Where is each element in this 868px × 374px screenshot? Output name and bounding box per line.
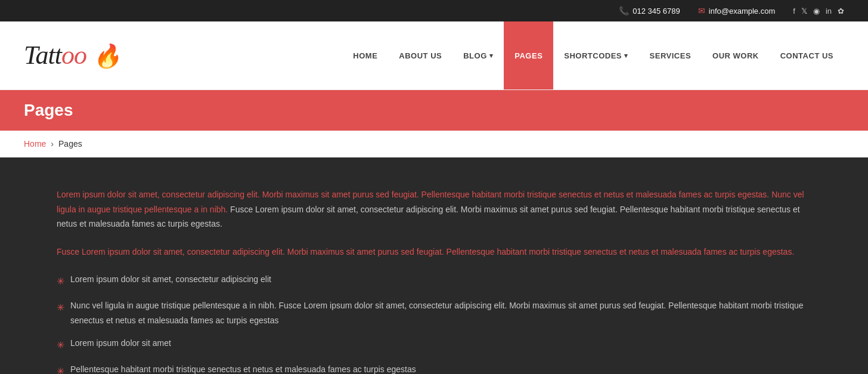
list-item-text-2: Nunc vel ligula in augue tristique pelle… [70,298,811,327]
list-item: ✳ Lorem ipsum dolor sit amet [57,336,811,354]
nav-contact[interactable]: CONTACT US [770,21,844,89]
email-info: ✉ info@example.com [698,6,775,16]
list-item: ✳ Nunc vel ligula in augue tristique pel… [57,298,811,327]
list-bullet-icon-4: ✳ [57,363,64,374]
nav-about[interactable]: ABOUT US [388,21,452,89]
social-links: f 𝕏 ◉ in ✿ [793,7,844,16]
linkedin-icon[interactable]: in [826,7,832,16]
content-para-2: Fusce Lorem ipsum dolor sit amet, consec… [57,245,811,259]
nav-shortcodes[interactable]: SHORTCODES [553,21,638,89]
content-para-1: Lorem ipsum dolor sit amet, consectetur … [57,187,811,231]
list-item-text-3: Lorem ipsum dolor sit amet [70,336,171,351]
phone-icon: 📞 [619,6,629,16]
list-bullet-icon-3: ✳ [57,337,64,354]
breadcrumb: Home › Pages [0,131,868,157]
header: Tattoo 🔥 HOME ABOUT US BLOG PAGES SHORTC… [0,21,868,90]
nav-services[interactable]: SERVICES [639,21,702,89]
para2-highlight: Fusce Lorem ipsum dolor sit amet, consec… [57,247,794,256]
list-item-text-4: Pellentesque habitant morbi tristique se… [70,362,416,374]
twitter-icon[interactable]: 𝕏 [801,7,807,16]
breadcrumb-separator: › [51,139,54,149]
breadcrumb-current: Pages [58,139,82,149]
nav-ourwork[interactable]: OUR WORK [702,21,770,89]
nav-home[interactable]: HOME [342,21,388,89]
main-content: Lorem ipsum dolor sit amet, consectetur … [0,157,868,374]
facebook-icon[interactable]: f [793,7,795,16]
logo-wing-icon: 🔥 [88,44,122,69]
content-list: ✳ Lorem ipsum dolor sit amet, consectetu… [57,272,811,374]
list-item: ✳ Pellentesque habitant morbi tristique … [57,362,811,374]
breadcrumb-home[interactable]: Home [24,139,46,149]
top-bar: 📞 012 345 6789 ✉ info@example.com f 𝕏 ◉ … [0,0,868,21]
list-bullet-icon-1: ✳ [57,273,64,290]
pinterest-icon[interactable]: ✿ [838,7,844,16]
logo-text: Tattoo 🔥 [24,42,121,69]
instagram-icon[interactable]: ◉ [813,7,820,16]
email-address: info@example.com [709,7,775,16]
page-title: Pages [24,101,844,120]
logo[interactable]: Tattoo 🔥 [24,42,143,69]
list-bullet-icon-2: ✳ [57,299,64,316]
list-item: ✳ Lorem ipsum dolor sit amet, consectetu… [57,272,811,290]
page-title-bar: Pages [0,90,868,131]
nav-blog[interactable]: BLOG [452,21,504,89]
main-nav: HOME ABOUT US BLOG PAGES SHORTCODES SERV… [143,21,844,89]
phone-info: 📞 012 345 6789 [619,6,680,16]
email-icon: ✉ [698,6,705,16]
nav-pages[interactable]: PAGES [504,21,553,89]
phone-number: 012 345 6789 [633,7,680,16]
list-item-text-1: Lorem ipsum dolor sit amet, consectetur … [70,272,271,287]
